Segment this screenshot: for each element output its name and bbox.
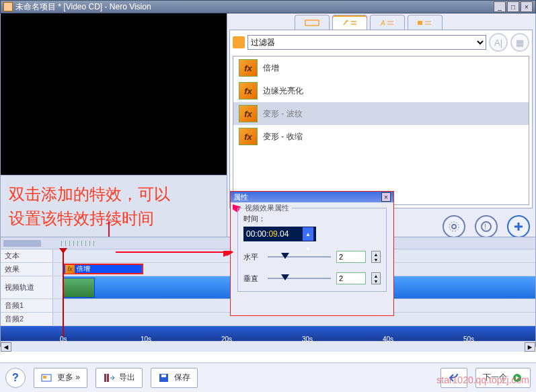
svg-rect-11: [43, 376, 46, 379]
tab-effects[interactable]: [332, 15, 367, 30]
window-title: 未命名项目 * [Video CD] - Nero Vision: [15, 1, 151, 13]
video-clip-thumb[interactable]: [63, 278, 95, 298]
filter-item[interactable]: fx 边缘光亮化: [233, 79, 529, 102]
panel-button-grid[interactable]: ▦: [510, 33, 529, 52]
tab-media[interactable]: [295, 15, 330, 30]
scroll-right-icon[interactable]: ►: [525, 342, 535, 352]
filter-category-icon: [233, 36, 245, 48]
tick: 30s: [302, 336, 313, 343]
more-icon: [41, 373, 53, 383]
horiz-label: 水平: [243, 252, 262, 262]
effect-clip-label: 倍增: [77, 264, 90, 274]
tab-transitions[interactable]: [408, 15, 443, 30]
callout-line-2: 设置该特效持续时间: [9, 206, 219, 231]
time-ruler[interactable]: 0s 10s 20s 30s 40s 50s: [1, 326, 535, 341]
filter-item[interactable]: fx 倍增: [233, 56, 529, 79]
save-icon: [158, 373, 170, 383]
tick: 40s: [383, 336, 393, 343]
save-label: 保存: [174, 372, 190, 383]
zoom-bar[interactable]: [3, 240, 41, 247]
properties-close-button[interactable]: ×: [381, 192, 391, 202]
time-input[interactable]: 00:00:09.04 ▲▼: [243, 227, 316, 241]
filter-category-select[interactable]: 过滤器: [247, 35, 486, 50]
tab-text[interactable]: A: [370, 15, 405, 30]
effect-clip-icon: fx: [65, 265, 75, 274]
help-button[interactable]: ?: [5, 368, 26, 388]
properties-panel[interactable]: 属性 × 视频效果属性 时间： 00:00:09.04 ▲▼ 水平 ▲▼ 垂直 …: [230, 191, 394, 316]
time-label: 时间：: [243, 214, 381, 224]
properties-title: 属性: [233, 192, 248, 202]
filter-item-selected[interactable]: fx 变形 - 波纹: [233, 102, 529, 125]
properties-group: 视频效果属性 时间： 00:00:09.04 ▲▼ 水平 ▲▼ 垂直 ▲▼: [237, 208, 387, 292]
track-header-text[interactable]: 文本: [1, 249, 53, 262]
more-label: 更多 »: [57, 372, 80, 383]
close-button[interactable]: ×: [521, 1, 533, 12]
next-label: 下一个: [483, 372, 507, 383]
filter-panel: 过滤器 A| ▦ fx 倍增 fx 边缘光亮化 fx 变形 - 波纹: [229, 30, 533, 208]
track-header-effects[interactable]: 效果: [1, 263, 53, 276]
vert-value[interactable]: [336, 272, 366, 284]
zoom-ticks: [61, 241, 95, 246]
next-icon: [511, 373, 523, 383]
filter-thumb-icon: fx: [239, 82, 258, 100]
vert-slider[interactable]: [268, 276, 331, 280]
next-button[interactable]: 下一个: [475, 368, 531, 388]
properties-caption[interactable]: 属性 ×: [231, 192, 393, 202]
instruction-callout: 双击添加的特效，可以 设置该特效持续时间: [1, 175, 227, 238]
horiz-value[interactable]: [336, 251, 366, 263]
command-bar: ? 更多 » 导出 保存 下一个: [0, 362, 536, 392]
svg-rect-15: [161, 375, 166, 377]
panel-action-add[interactable]: [507, 215, 530, 238]
time-suffix: .04: [278, 227, 289, 241]
save-button[interactable]: 保存: [151, 368, 198, 388]
callout-line-1: 双击添加的特效，可以: [9, 182, 219, 206]
vert-spinner[interactable]: ▲▼: [371, 272, 381, 284]
filter-thumb-icon: fx: [239, 105, 258, 122]
export-button[interactable]: 导出: [95, 368, 143, 388]
filter-item-label: 变形 - 收缩: [263, 131, 303, 143]
scroll-left-icon[interactable]: ◄: [1, 342, 11, 352]
panel-button-a[interactable]: A|: [489, 33, 508, 52]
timeline-hscroll[interactable]: ◄ ►: [1, 341, 535, 352]
track-header-audio1[interactable]: 音频1: [1, 299, 53, 312]
filter-thumb-icon: fx: [239, 59, 258, 77]
filter-list[interactable]: fx 倍增 fx 边缘光亮化 fx 变形 - 波纹 fx 变形 - 收缩: [233, 56, 529, 205]
minimize-button[interactable]: _: [494, 1, 506, 12]
svg-point-3: [452, 225, 456, 229]
properties-group-title: 视频效果属性: [242, 203, 292, 213]
back-button[interactable]: [441, 368, 467, 388]
more-button[interactable]: 更多 »: [34, 368, 87, 388]
svg-rect-12: [104, 374, 106, 382]
time-spinner[interactable]: ▲▼: [303, 227, 313, 241]
app-icon: [3, 2, 13, 11]
filter-item[interactable]: fx 变形 - 收缩: [233, 125, 529, 148]
back-icon: [448, 373, 460, 383]
time-seconds: 09: [268, 227, 277, 241]
svg-text:!: !: [484, 223, 486, 231]
track-header-video[interactable]: 视频轨道: [1, 276, 53, 299]
titlebar: 未命名项目 * [Video CD] - Nero Vision _ □ ×: [0, 0, 536, 13]
export-label: 导出: [119, 372, 135, 383]
playhead[interactable]: [63, 249, 64, 337]
tick: 50s: [463, 336, 474, 343]
horiz-slider[interactable]: [268, 255, 331, 259]
svg-point-4: [449, 222, 459, 231]
maximize-button[interactable]: □: [507, 1, 519, 12]
spin-up-icon[interactable]: ▲: [303, 227, 313, 242]
export-icon: [103, 373, 115, 383]
video-preview[interactable]: [1, 13, 227, 175]
time-prefix: 00:00:: [246, 227, 268, 241]
vert-label: 垂直: [243, 274, 262, 284]
panel-action-info[interactable]: !: [475, 215, 498, 238]
filter-thumb-icon: fx: [239, 128, 258, 145]
panel-tabs: A: [295, 15, 443, 30]
filter-item-label: 变形 - 波纹: [263, 108, 303, 120]
panel-action-1[interactable]: [443, 215, 465, 238]
horiz-spinner[interactable]: ▲▼: [371, 251, 381, 263]
filter-item-label: 边缘光亮化: [263, 85, 303, 97]
tick: 10s: [141, 336, 151, 343]
effect-clip[interactable]: fx 倍增: [63, 264, 143, 274]
svg-text:A: A: [380, 19, 385, 27]
svg-rect-13: [107, 374, 109, 382]
track-header-audio2[interactable]: 音频2: [1, 313, 53, 325]
